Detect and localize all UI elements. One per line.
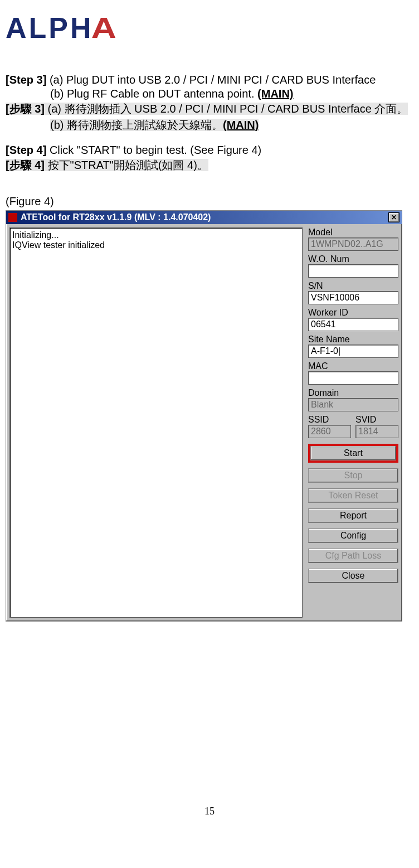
config-button[interactable]: Config bbox=[308, 528, 398, 543]
step4cn-label: [步驟 4] bbox=[6, 159, 45, 171]
alpha-logo: ALPHA bbox=[6, 11, 116, 45]
step3-line-a: [Step 3] (a) Plug DUT into USB 2.0 / PCI… bbox=[6, 74, 413, 86]
step4-text: Click "START" to begin test. (See Figure… bbox=[50, 144, 261, 156]
sn-label: S/N bbox=[308, 281, 398, 291]
window-title: ATETool for RT28xx v1.1.9 (MLV : 1.4.070… bbox=[21, 212, 388, 222]
report-button[interactable]: Report bbox=[308, 508, 398, 523]
step3cn-label: [步驟 3] bbox=[6, 103, 45, 115]
step3-b-text: (b) Plug RF Cable on DUT antenna point. bbox=[50, 88, 257, 100]
step4cn-line: [步驟 4] 按下"STRAT"開始測試(如圖 4)。 bbox=[6, 158, 413, 173]
svid-field bbox=[355, 425, 398, 438]
wonum-field[interactable] bbox=[308, 264, 398, 278]
logo-text: ALPH bbox=[6, 12, 94, 44]
worker-field[interactable] bbox=[308, 318, 398, 331]
start-button[interactable]: Start bbox=[310, 446, 396, 460]
page-number: 15 bbox=[6, 806, 413, 817]
step3cn-line-b: (b) 將待測物接上測試線於天線端。(MAIN) bbox=[6, 118, 413, 133]
app-icon bbox=[8, 213, 17, 222]
atetool-window: ATETool for RT28xx v1.1.9 (MLV : 1.4.070… bbox=[6, 210, 402, 622]
step3-line-b: (b) Plug RF Cable on DUT antenna point. … bbox=[6, 88, 413, 100]
step3-b-main: (MAIN) bbox=[257, 88, 293, 100]
titlebar[interactable]: ATETool for RT28xx v1.1.9 (MLV : 1.4.070… bbox=[6, 211, 402, 224]
step4-line: [Step 4] Click "START" to begin test. (S… bbox=[6, 144, 413, 157]
stop-button: Stop bbox=[308, 468, 398, 483]
domain-label: Domain bbox=[308, 388, 398, 398]
ssid-field bbox=[308, 425, 351, 438]
step4-label: [Step 4] bbox=[6, 144, 46, 156]
close-icon[interactable]: ✕ bbox=[388, 212, 399, 222]
step3-a-text: (a) Plug DUT into USB 2.0 / PCI / MINI P… bbox=[50, 74, 376, 86]
step3cn-b-text: (b) 將待測物接上測試線於天線端。 bbox=[50, 119, 223, 131]
domain-field bbox=[308, 398, 398, 411]
step4cn-text: 按下"STRAT"開始測試(如圖 4)。 bbox=[45, 159, 208, 171]
cfg-path-loss-button: Cfg Path Loss bbox=[308, 549, 398, 563]
mac-label: MAC bbox=[308, 361, 398, 371]
sn-field[interactable] bbox=[308, 291, 398, 304]
token-reset-button: Token Reset bbox=[308, 488, 398, 503]
svid-label: SVID bbox=[355, 415, 398, 425]
logo-lambda-glyph: A bbox=[91, 11, 119, 45]
figure-caption: (Figure 4) bbox=[6, 195, 413, 208]
step3-label: [Step 3] bbox=[6, 74, 46, 86]
wonum-label: W.O. Num bbox=[308, 254, 398, 264]
model-field bbox=[308, 237, 398, 251]
log-textarea[interactable]: Initializing... IQView tester initialize… bbox=[9, 227, 303, 618]
start-highlight-box: Start bbox=[308, 444, 398, 463]
close-button[interactable]: Close bbox=[308, 569, 398, 583]
side-panel: Model W.O. Num S/N Worker ID Site Name M… bbox=[308, 227, 398, 618]
ssid-label: SSID bbox=[308, 415, 351, 425]
step3cn-line-a: [步驟 3] (a) 將待測物插入 USB 2.0 / PCI / MINI P… bbox=[6, 101, 413, 117]
worker-label: Worker ID bbox=[308, 308, 398, 318]
model-label: Model bbox=[308, 227, 398, 237]
step3cn-a-text: (a) 將待測物插入 USB 2.0 / PCI / MINI PCI / CA… bbox=[48, 103, 408, 115]
window-body: Initializing... IQView tester initialize… bbox=[6, 224, 402, 621]
site-field[interactable] bbox=[308, 345, 398, 358]
site-label: Site Name bbox=[308, 334, 398, 345]
mac-field[interactable] bbox=[308, 371, 398, 385]
step3cn-b-main: (MAIN) bbox=[223, 119, 259, 131]
